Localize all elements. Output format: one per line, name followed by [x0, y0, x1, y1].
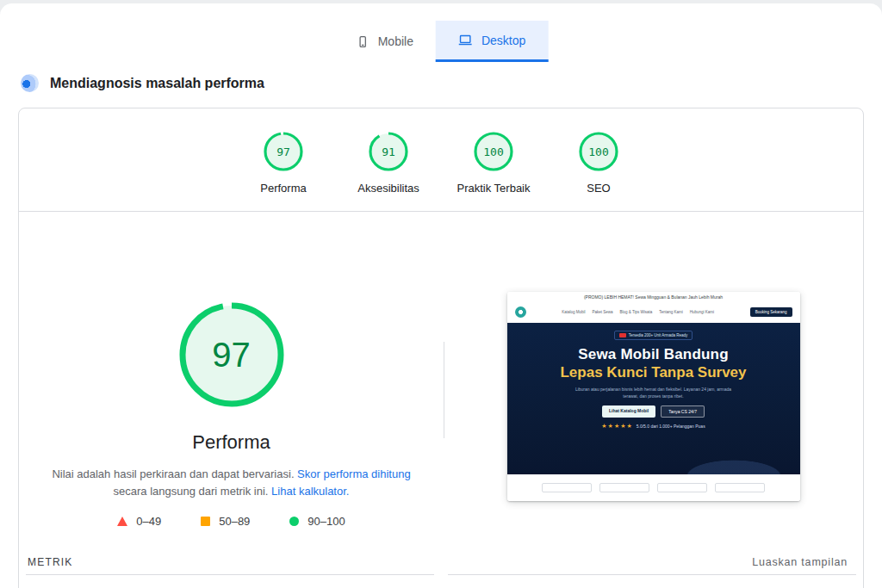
preview-form-field — [657, 483, 707, 492]
score-gauge: 97 — [263, 131, 304, 172]
legend-item-pass: 90–100 — [289, 515, 345, 528]
desktop-icon — [458, 33, 473, 47]
preview-cs-button: Tanya CS 24/7 — [661, 405, 705, 418]
preview-hero-buttons: Lihat Katalog Mobil Tanya CS 24/7 — [602, 405, 705, 418]
preview-search-bar — [507, 474, 800, 501]
performance-title: Performa — [192, 431, 270, 454]
legend-item-fail: 0–49 — [117, 515, 161, 528]
metrics-divider-right — [448, 574, 856, 575]
score-label: Aksesibilitas — [345, 182, 432, 195]
preview-form-field — [715, 483, 765, 492]
column-divider — [444, 342, 444, 438]
performance-section: 97 Performa Nilai adalah hasil perkiraan… — [19, 212, 863, 552]
note-text-1: Nilai adalah hasil perkiraan dan dapat b… — [52, 467, 297, 480]
preview-nav-links: Katalog Mobil Paket Sewa Blog & Tips Wis… — [531, 310, 745, 314]
page-background: Mobile Desktop Mendiagnosis masalah perf… — [0, 3, 882, 588]
performance-column: 97 Performa Nilai adalah hasil perkiraan… — [19, 212, 444, 552]
legend-item-average: 50–89 — [201, 515, 250, 528]
preview-hero-subtitle: Lepas Kunci Tanpa Survey — [560, 364, 746, 381]
score-label: SEO — [556, 182, 642, 195]
screenshot-column: (PROMO) LEBIH HEMAT! Sewa Mingguan & Bul… — [444, 212, 863, 552]
score-item-aksesibilitas[interactable]: 91 Aksesibilitas — [345, 131, 432, 195]
preview-form-field — [542, 483, 592, 492]
preview-hero-badge: Tersedia 200+ Unit Armada Ready — [614, 331, 693, 340]
metrics-divider — [19, 574, 863, 575]
score-gauge: 100 — [578, 131, 619, 172]
legend-label: 90–100 — [307, 515, 345, 528]
score-value: 100 — [578, 131, 619, 172]
note-text-2: secara langsung dari metrik ini. — [114, 485, 272, 498]
score-legend: 0–49 50–89 90–100 — [117, 515, 345, 528]
preview-rating-text: 5.0/5.0 dari 1.000+ Pelanggan Puas — [637, 424, 705, 429]
tab-mobile[interactable]: Mobile — [334, 21, 436, 62]
preview-catalog-button: Lihat Katalog Mobil — [602, 405, 655, 418]
report-card: 97 Performa 91 Aksesibilitas — [18, 108, 864, 588]
see-calculator-link[interactable]: Lihat kalkulator. — [271, 485, 349, 498]
preview-badge-text: Tersedia 200+ Unit Armada Ready — [629, 333, 688, 337]
page-heading: Mendiagnosis masalah performa — [21, 74, 264, 92]
score-item-praktik-terbaik[interactable]: 100 Praktik Terbaik — [450, 131, 537, 195]
preview-nav-link: Hubungi Kami — [690, 310, 714, 314]
diagnose-icon — [21, 74, 39, 92]
score-label: Praktik Terbaik — [450, 182, 537, 195]
category-score-row: 97 Performa 91 Aksesibilitas — [19, 108, 863, 195]
pass-circle-icon — [289, 517, 299, 526]
preview-car-silhouette — [678, 457, 790, 474]
preview-badge-flag — [619, 333, 626, 337]
score-label: Performa — [240, 182, 326, 195]
tab-desktop[interactable]: Desktop — [436, 21, 548, 62]
legend-label: 50–89 — [219, 515, 250, 528]
preview-nav-link: Paket Sewa — [592, 310, 612, 314]
expand-view-button[interactable]: Luaskan tampilan — [752, 556, 848, 568]
score-value: 100 — [473, 131, 514, 172]
score-gauge: 100 — [473, 131, 514, 172]
metrics-section-title: METRIK — [28, 556, 73, 568]
preview-hero-title: Sewa Mobil Bandung — [578, 346, 729, 363]
preview-navbar: Katalog Mobil Paket Sewa Blog & Tips Wis… — [507, 301, 800, 323]
score-item-seo[interactable]: 100 SEO — [556, 131, 642, 195]
performance-score-value: 97 — [178, 301, 285, 408]
fail-triangle-icon — [117, 517, 127, 526]
preview-nav-link: Katalog Mobil — [562, 310, 585, 314]
metrics-header-row: METRIK Luaskan tampilan — [19, 552, 863, 573]
average-square-icon — [201, 517, 210, 526]
score-value: 91 — [368, 131, 409, 172]
preview-hero-description: Liburan atau perjalanan bisnis lebih hem… — [572, 386, 736, 399]
page-title: Mendiagnosis masalah performa — [50, 76, 264, 91]
metrics-divider-left — [26, 574, 434, 575]
preview-rating: ★★★★★ 5.0/5.0 dari 1.000+ Pelanggan Puas — [601, 423, 705, 430]
score-item-performa[interactable]: 97 Performa — [240, 131, 326, 195]
preview-nav-link: Tentang Kami — [659, 310, 683, 314]
preview-stars: ★★★★★ — [601, 423, 632, 430]
site-screenshot-preview: (PROMO) LEBIH HEMAT! Sewa Mingguan & Bul… — [507, 292, 800, 501]
mobile-icon — [357, 35, 370, 48]
preview-logo — [515, 306, 526, 318]
performance-gauge: 97 — [178, 301, 285, 408]
score-value: 97 — [263, 131, 304, 172]
preview-hero: Tersedia 200+ Unit Armada Ready Sewa Mob… — [507, 323, 800, 474]
performance-note: Nilai adalah hasil perkiraan dan dapat b… — [51, 466, 413, 500]
preview-nav-link: Blog & Tips Wisata — [619, 310, 652, 314]
preview-booking-button: Booking Sekarang — [750, 307, 792, 317]
tab-desktop-label: Desktop — [481, 34, 525, 47]
preview-form-field — [599, 483, 649, 492]
tab-mobile-label: Mobile — [378, 34, 413, 48]
score-calc-link[interactable]: Skor performa dihitung — [297, 467, 411, 480]
score-gauge: 91 — [368, 131, 409, 172]
legend-label: 0–49 — [136, 515, 161, 528]
device-tabs: Mobile Desktop — [334, 21, 549, 62]
preview-promo-bar: (PROMO) LEBIH HEMAT! Sewa Mingguan & Bul… — [507, 292, 800, 301]
